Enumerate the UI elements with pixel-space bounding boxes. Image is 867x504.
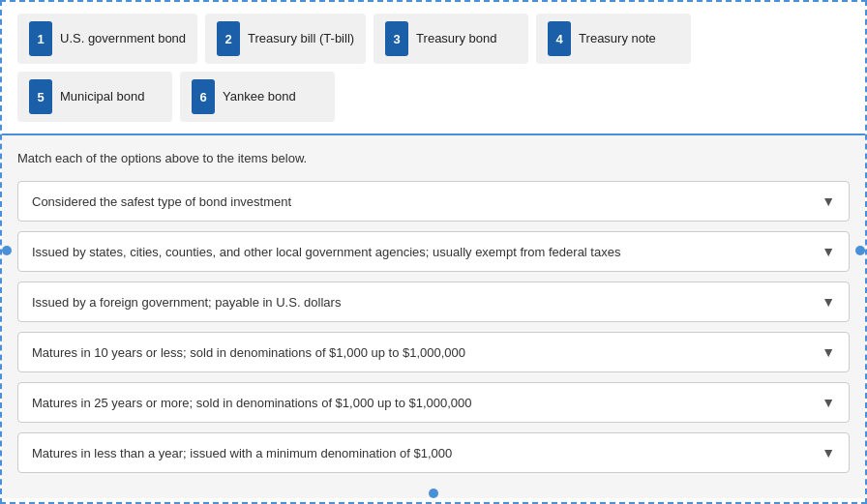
option-number-4: 4 — [548, 21, 571, 56]
option-number-5: 5 — [29, 79, 52, 114]
option-item-6[interactable]: 6Yankee bond — [180, 72, 335, 122]
dropdown-arrow-6: ▼ — [822, 445, 835, 460]
dropdown-text-1: Considered the safest type of bond inves… — [32, 194, 291, 209]
options-section: 1U.S. government bond2Treasury bill (T-b… — [2, 2, 865, 135]
option-label-4: Treasury note — [579, 31, 656, 47]
dropdown-arrow-4: ▼ — [822, 344, 835, 360]
option-number-6: 6 — [192, 79, 215, 114]
matching-section: Match each of the options above to the i… — [2, 135, 865, 498]
dropdown-arrow-1: ▼ — [822, 193, 835, 209]
dropdown-row-6[interactable]: Matures in less than a year; issued with… — [17, 432, 850, 473]
dropdown-text-3: Issued by a foreign government; payable … — [32, 295, 341, 310]
dropdown-text-6: Matures in less than a year; issued with… — [32, 446, 452, 460]
option-item-3[interactable]: 3Treasury bond — [374, 14, 528, 64]
option-label-2: Treasury bill (T-bill) — [248, 31, 354, 47]
option-item-2[interactable]: 2Treasury bill (T-bill) — [205, 14, 366, 64]
dropdown-row-4[interactable]: Matures in 10 years or less; sold in den… — [17, 332, 850, 372]
dropdown-arrow-2: ▼ — [822, 244, 835, 259]
dropdown-row-3[interactable]: Issued by a foreign government; payable … — [17, 282, 850, 322]
dropdowns-container: Considered the safest type of bond inves… — [17, 181, 850, 473]
drag-handle-bottom[interactable] — [429, 489, 438, 498]
dropdown-row-1[interactable]: Considered the safest type of bond inves… — [17, 181, 850, 222]
dropdown-arrow-3: ▼ — [822, 294, 835, 310]
option-item-5[interactable]: 5Municipal bond — [17, 72, 172, 122]
option-item-4[interactable]: 4Treasury note — [536, 14, 691, 64]
dropdown-text-5: Matures in 25 years or more; sold in den… — [32, 396, 472, 410]
option-label-6: Yankee bond — [223, 89, 296, 105]
option-label-5: Municipal bond — [60, 89, 144, 105]
option-label-1: U.S. government bond — [60, 31, 186, 47]
option-number-2: 2 — [217, 21, 240, 56]
drag-handle-left[interactable] — [2, 246, 12, 255]
dropdown-row-2[interactable]: Issued by states, cities, counties, and … — [17, 231, 850, 272]
option-item-1[interactable]: 1U.S. government bond — [17, 14, 197, 64]
drag-handle-right[interactable] — [855, 246, 865, 255]
options-grid: 1U.S. government bond2Treasury bill (T-b… — [17, 14, 850, 122]
dropdown-text-4: Matures in 10 years or less; sold in den… — [32, 345, 465, 360]
instruction-text: Match each of the options above to the i… — [17, 151, 850, 165]
dropdown-arrow-5: ▼ — [822, 395, 835, 410]
option-label-3: Treasury bond — [416, 31, 496, 47]
dropdown-text-2: Issued by states, cities, counties, and … — [32, 245, 620, 259]
dropdown-row-5[interactable]: Matures in 25 years or more; sold in den… — [17, 382, 850, 423]
main-container: 1U.S. government bond2Treasury bill (T-b… — [2, 2, 865, 498]
option-number-3: 3 — [385, 21, 408, 56]
option-number-1: 1 — [29, 21, 52, 56]
